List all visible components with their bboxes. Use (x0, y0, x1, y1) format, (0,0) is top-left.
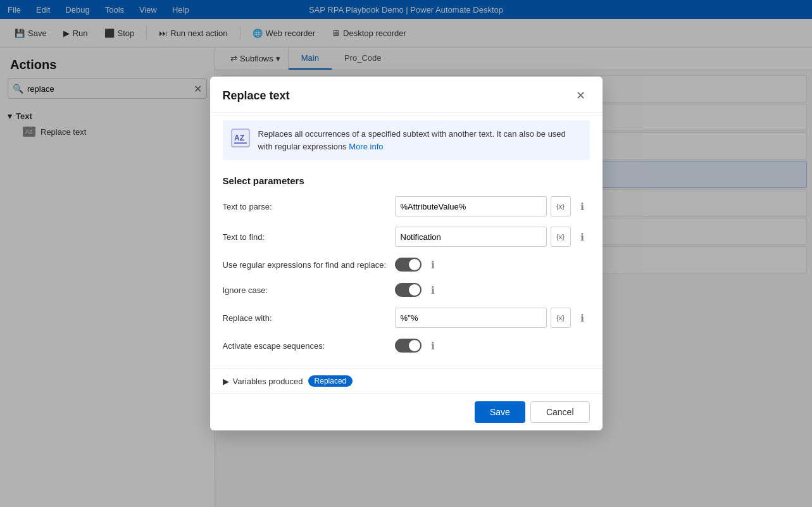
replace-with-input[interactable] (395, 308, 547, 328)
variables-expand[interactable]: ▶ Variables produced (223, 377, 303, 386)
regex-toggle-container (395, 258, 422, 272)
text-to-find-var-button[interactable]: {x} (551, 227, 571, 247)
variables-chevron-icon: ▶ (223, 377, 229, 386)
replace-with-info-button[interactable]: ℹ (575, 310, 590, 325)
svg-text:AZ: AZ (234, 134, 244, 142)
param-row-ignore-case: Ignore case: ℹ (223, 282, 590, 297)
modal-title: Replace text (223, 89, 290, 103)
param-label-regex: Use regular expressions for find and rep… (223, 260, 387, 270)
text-to-parse-input[interactable] (395, 196, 547, 216)
escape-sequences-toggle-slider (395, 339, 422, 353)
text-to-parse-info-button[interactable]: ℹ (575, 199, 590, 214)
variables-section: ▶ Variables produced Replaced (210, 368, 603, 393)
regex-toggle[interactable] (395, 258, 422, 272)
ignore-case-toggle[interactable] (395, 283, 422, 297)
param-row-text-to-parse: Text to parse: {x} ℹ (223, 196, 590, 216)
replace-text-action-icon: AZ (230, 128, 251, 148)
param-input-container-ignore-case: ℹ (395, 282, 590, 297)
param-input-container-replace-with: {x} ℹ (395, 308, 590, 328)
more-info-link[interactable]: More info (349, 142, 383, 151)
modal-close-button[interactable]: ✕ (572, 87, 590, 104)
variables-label: Variables produced (233, 377, 303, 386)
escape-sequences-toggle[interactable] (395, 339, 422, 353)
variables-badge: Replaced (308, 375, 353, 387)
param-input-container-text-to-find: {x} ℹ (395, 227, 590, 247)
modal-header: Replace text ✕ (210, 77, 603, 113)
escape-sequences-info-button[interactable]: ℹ (425, 338, 440, 353)
modal-save-button[interactable]: Save (475, 401, 525, 423)
modal-footer: Save Cancel (210, 393, 603, 430)
section-header: Select parameters (223, 175, 590, 186)
param-label-text-to-parse: Text to parse: (223, 202, 387, 211)
param-input-container-escape-sequences: ℹ (395, 338, 590, 353)
modal-info-box: AZ Replaces all occurrences of a specifi… (223, 120, 590, 160)
modal-info-text: Replaces all occurrences of a specified … (258, 128, 582, 153)
text-to-find-info-button[interactable]: ℹ (575, 229, 590, 244)
modal-overlay: Replace text ✕ AZ Replaces all occurrenc… (0, 0, 812, 507)
regex-info-button[interactable]: ℹ (425, 257, 440, 272)
modal-body: Select parameters Text to parse: {x} ℹ T… (210, 168, 603, 368)
modal-cancel-button[interactable]: Cancel (530, 401, 590, 423)
param-input-container-text-to-parse: {x} ℹ (395, 196, 590, 216)
param-label-ignore-case: Ignore case: (223, 285, 387, 295)
ignore-case-info-button[interactable]: ℹ (425, 282, 440, 297)
param-row-regex: Use regular expressions for find and rep… (223, 257, 590, 272)
escape-sequences-toggle-container (395, 339, 422, 353)
replace-with-var-button[interactable]: {x} (551, 308, 571, 328)
param-input-container-regex: ℹ (395, 257, 590, 272)
param-row-replace-with: Replace with: {x} ℹ (223, 308, 590, 328)
replace-text-modal: Replace text ✕ AZ Replaces all occurrenc… (210, 77, 603, 430)
param-row-escape-sequences: Activate escape sequences: ℹ (223, 338, 590, 353)
param-label-text-to-find: Text to find: (223, 232, 387, 242)
param-label-escape-sequences: Activate escape sequences: (223, 341, 387, 351)
ignore-case-toggle-container (395, 283, 422, 297)
param-label-replace-with: Replace with: (223, 313, 387, 323)
ignore-case-toggle-slider (395, 283, 422, 297)
param-row-text-to-find: Text to find: {x} ℹ (223, 227, 590, 247)
regex-toggle-slider (395, 258, 422, 272)
text-to-find-input[interactable] (395, 227, 547, 247)
text-to-parse-var-button[interactable]: {x} (551, 196, 571, 216)
